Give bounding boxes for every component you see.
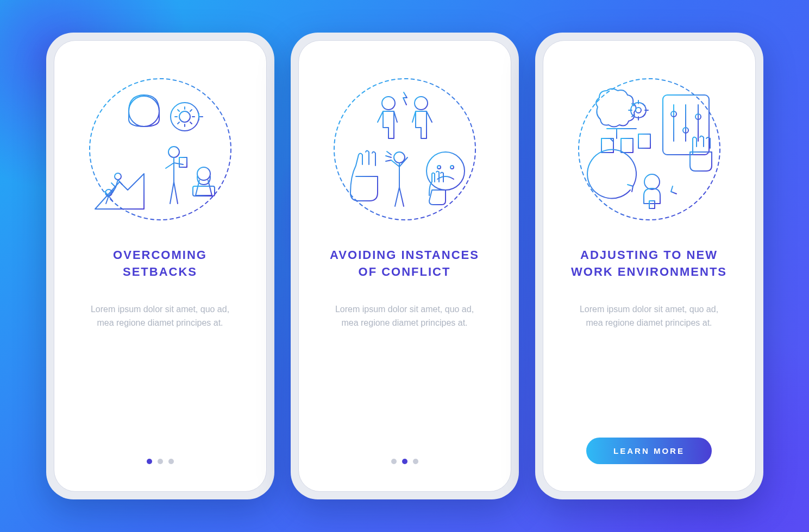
svg-rect-28: [649, 201, 655, 208]
screen-headline: OVERCOMING SETBACKS: [71, 247, 250, 281]
page-indicator: [391, 459, 418, 464]
phone-mockup-1: OVERCOMING SETBACKS Lorem ipsum dolor si…: [46, 33, 274, 499]
svg-point-8: [115, 173, 121, 180]
svg-point-19: [636, 107, 641, 113]
svg-point-4: [168, 147, 179, 157]
screen-headline: AVOIDING INSTANCES OF CONFLICT: [315, 247, 494, 281]
svg-point-10: [334, 79, 475, 220]
page-dot-1[interactable]: [391, 459, 397, 464]
svg-rect-22: [638, 134, 650, 148]
svg-point-13: [394, 152, 405, 163]
svg-rect-21: [621, 138, 633, 153]
svg-point-15: [437, 166, 441, 169]
screen-body: Lorem ipsum dolor sit amet, quo ad, mea …: [71, 302, 250, 459]
svg-point-6: [197, 167, 210, 180]
screen-body: Lorem ipsum dolor sit amet, quo ad, mea …: [560, 302, 739, 438]
page-dot-3[interactable]: [168, 459, 174, 464]
svg-point-11: [382, 97, 395, 110]
page-dot-2[interactable]: [158, 459, 163, 464]
svg-rect-5: [179, 157, 187, 167]
svg-point-1: [129, 96, 159, 126]
screen-body: Lorem ipsum dolor sit amet, quo ad, mea …: [315, 302, 494, 459]
page-indicator: [147, 459, 174, 464]
svg-point-3: [179, 111, 190, 122]
overcoming-setbacks-illustration: [79, 68, 242, 231]
svg-point-27: [644, 174, 660, 189]
screen-headline: ADJUSTING TO NEW WORK ENVIRONMENTS: [560, 247, 739, 281]
phone-screen: ADJUSTING TO NEW WORK ENVIRONMENTS Lorem…: [543, 40, 756, 492]
phone-screen: OVERCOMING SETBACKS Lorem ipsum dolor si…: [54, 40, 267, 492]
adjusting-work-illustration: [568, 68, 731, 231]
page-dot-1[interactable]: [147, 459, 152, 464]
svg-point-14: [427, 152, 465, 190]
page-dot-3[interactable]: [413, 459, 418, 464]
learn-more-button[interactable]: LEARN MORE: [586, 438, 712, 464]
phone-screen: AVOIDING INSTANCES OF CONFLICT Lorem ips…: [298, 40, 511, 492]
svg-point-17: [579, 79, 720, 220]
phone-mockup-2: AVOIDING INSTANCES OF CONFLICT Lorem ips…: [291, 33, 519, 499]
svg-point-12: [415, 97, 428, 110]
avoiding-conflict-illustration: [323, 68, 486, 231]
phone-mockup-3: ADJUSTING TO NEW WORK ENVIRONMENTS Lorem…: [535, 33, 763, 499]
page-dot-2[interactable]: [402, 459, 407, 464]
svg-point-16: [450, 166, 454, 169]
